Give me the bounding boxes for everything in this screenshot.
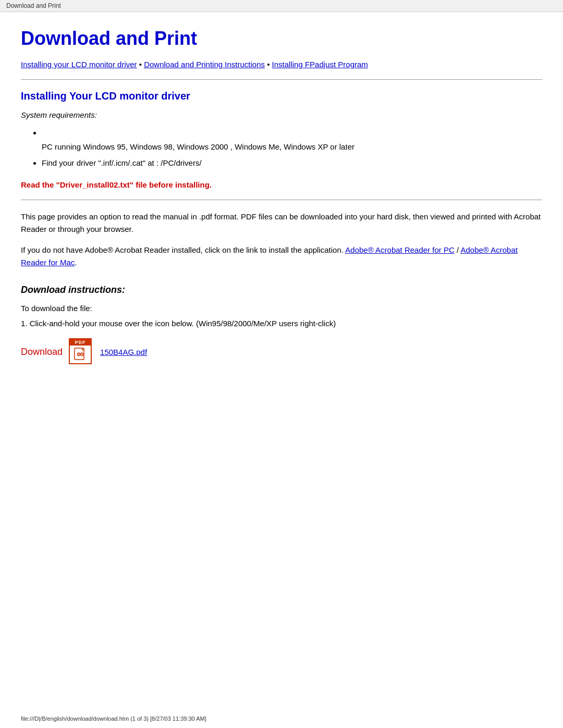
download-step1: 1. Click-and-hold your mouse over the ic… (21, 319, 542, 328)
nav-sep-2: • (267, 60, 272, 69)
list-item-driver: Find your driver ".inf/.icm/.cat" at : /… (42, 156, 542, 170)
download-instructions-title: Download instructions: (21, 285, 542, 295)
main-content: Download and Print Installing your LCD m… (0, 12, 563, 397)
list-item-windows: PC running Windows 95, Windows 98, Windo… (42, 142, 354, 151)
section1-title: Installing Your LCD monitor driver (21, 90, 542, 102)
page-title: Download and Print (21, 28, 542, 50)
browser-tab-label: Download and Print (6, 2, 61, 9)
download-row: Download PDF 150B4AG.pdf (21, 338, 542, 365)
warning-text: Read the "Driver_install02.txt" file bef… (21, 180, 542, 189)
description-acrobat-suffix: . (75, 258, 77, 267)
requirements-list: PC running Windows 95, Windows 98, Windo… (42, 126, 542, 170)
download-intro-text: To download the file: (21, 304, 542, 313)
list-item-empty: PC running Windows 95, Windows 98, Windo… (42, 126, 542, 154)
pdf-icon: PDF (69, 338, 94, 365)
nav-sep-1: • (139, 60, 144, 69)
download-label: Download (21, 347, 63, 357)
pdf-icon-header: PDF (70, 339, 91, 346)
nav-link-download-printing[interactable]: Download and Printing Instructions (144, 60, 265, 69)
nav-links: Installing your LCD monitor driver • Dow… (21, 60, 542, 69)
system-requirements-label: System requirements: (21, 110, 542, 119)
nav-link-fpadjust[interactable]: Installing FPadjust Program (272, 60, 368, 69)
description-acrobat-prefix: If you do not have Adobe® Acrobat Reader… (21, 245, 345, 254)
browser-tab: Download and Print (0, 0, 563, 12)
acrobat-separator: / (455, 245, 461, 254)
footer-text: file:///D|/B/english/download/download.h… (21, 715, 206, 722)
pdf-icon-body (73, 346, 88, 363)
divider-1 (21, 79, 542, 80)
nav-link-lcd-driver[interactable]: Installing your LCD monitor driver (21, 60, 137, 69)
description-pdf: This page provides an option to read the… (21, 211, 542, 236)
divider-2 (21, 200, 542, 200)
acrobat-pc-link[interactable]: Adobe® Acrobat Reader for PC (345, 245, 455, 254)
pdf-download-link[interactable]: 150B4AG.pdf (100, 348, 147, 356)
description-acrobat: If you do not have Adobe® Acrobat Reader… (21, 244, 542, 269)
